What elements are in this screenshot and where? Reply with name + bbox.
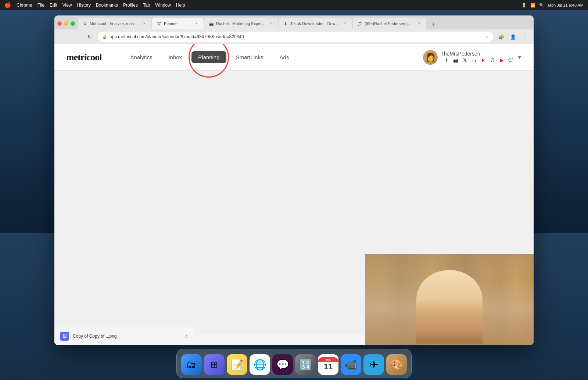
minimize-window-button[interactable] — [64, 21, 68, 26]
browser-tab-metricool[interactable]: ⚙ Metricool - Analyze, manage... ✕ — [78, 18, 151, 29]
macos-dock: 🗂 ⊞ 📝 🌐 💬 🔢 JUL 11 📹 ✈ 🎨 — [176, 349, 412, 378]
profile-name: TheMrsPedersen — [441, 51, 480, 57]
pinterest-icon[interactable]: P — [480, 57, 487, 64]
tab-title-5: (99+)Rachel Pedersen (@th... — [365, 21, 415, 26]
download-bar: 🖼 Copy of Copy of....png ∧ — [54, 327, 194, 345]
tab-favicon-3: 📷 — [209, 21, 214, 26]
maximize-window-button[interactable] — [71, 21, 75, 26]
new-tab-button[interactable]: + — [429, 19, 439, 29]
nav-ads[interactable]: Ads — [273, 51, 296, 63]
tab-title-4: Tiktok Downloader - Downlo... — [290, 21, 340, 26]
dock-telegram[interactable]: ✈ — [363, 354, 384, 375]
browser-tab-rachel2[interactable]: 🎵 (99+)Rachel Pedersen (@th... ✕ — [353, 18, 426, 29]
browser-tab-planner[interactable]: 📅 Planner ✕ — [152, 18, 204, 29]
facebook-icon[interactable]: f — [443, 57, 450, 64]
profile-dropdown-arrow[interactable]: ▼ — [517, 55, 522, 60]
toolbar-right: 🧩 👤 ⋮ — [496, 32, 530, 42]
secure-icon: 🔒 — [102, 35, 107, 39]
tab-close-2[interactable]: ✕ — [194, 21, 199, 26]
apple-menu[interactable]: 🍎 — [4, 2, 11, 8]
macos-menu-left: 🍎 Chrome File Edit View History Bookmark… — [4, 2, 185, 8]
address-bar[interactable]: 🔒 app.metricool.com/planner/calendar?blo… — [98, 32, 493, 42]
wifi-icon: 📶 — [530, 3, 535, 8]
nav-planning-wrapper: Planning — [191, 51, 226, 63]
nav-analytics[interactable]: Analytics — [123, 51, 159, 63]
tab-close-1[interactable]: ✕ — [142, 21, 147, 26]
dock-calendar[interactable]: JUL 11 — [318, 354, 338, 375]
back-button[interactable]: ← — [58, 32, 68, 42]
address-bar-row: ← → ↻ 🔒 app.metricool.com/planner/calend… — [54, 29, 534, 44]
menu-tab[interactable]: Tab — [143, 3, 150, 8]
profile-button[interactable]: 👤 — [508, 32, 518, 42]
reload-button[interactable]: ↻ — [85, 32, 95, 42]
menu-bookmarks[interactable]: Bookmarks — [96, 3, 118, 8]
profile-section: 👩 TheMrsPedersen f 📷 𝕏 in P 🎵 ▶ 💬 — [423, 50, 522, 65]
twitter-icon[interactable]: 𝕏 — [461, 57, 469, 64]
menu-edit[interactable]: Edit — [50, 3, 57, 8]
close-window-button[interactable] — [57, 21, 62, 26]
menu-chrome[interactable]: Chrome — [17, 3, 32, 8]
linkedin-icon[interactable]: in — [470, 57, 478, 64]
video-overlay — [365, 254, 534, 345]
tiktok-icon[interactable]: 🎵 — [489, 57, 496, 64]
menu-profiles[interactable]: Profiles — [123, 3, 138, 8]
menu-view[interactable]: View — [62, 3, 72, 8]
menu-window[interactable]: Window — [155, 3, 171, 8]
tab-title-2: Planner — [164, 21, 192, 26]
youtube-icon[interactable]: ▶ — [498, 57, 505, 64]
menu-file[interactable]: File — [37, 3, 44, 8]
url-text: app.metricool.com/planner/calendar?blogI… — [110, 34, 483, 39]
traffic-lights — [57, 21, 75, 26]
download-chevron-icon[interactable]: ∧ — [185, 334, 188, 339]
tab-title-1: Metricool - Analyze, manage... — [90, 21, 140, 26]
download-file-icon: 🖼 — [60, 332, 69, 341]
more-button[interactable]: ⋮ — [520, 32, 530, 42]
dock-finder[interactable]: 🗂 — [181, 354, 202, 375]
tab-close-3[interactable]: ✕ — [268, 21, 273, 26]
forward-button[interactable]: → — [71, 32, 82, 42]
social-icons: f 📷 𝕏 in P 🎵 ▶ 💬 — [443, 57, 514, 64]
tab-favicon-2: 📅 — [157, 21, 162, 26]
tab-close-5[interactable]: ✕ — [417, 21, 422, 26]
chat-icon[interactable]: 💬 — [507, 57, 514, 64]
tab-favicon-4: ⬇ — [283, 21, 288, 26]
macos-menu-right: 🔋 📶 🔍 Mon Jul 11 6:48 AM — [521, 3, 584, 8]
menu-help[interactable]: Help — [176, 3, 185, 8]
browser-tab-tiktok[interactable]: ⬇ Tiktok Downloader - Downlo... ✕ — [279, 18, 352, 29]
profile-avatar[interactable]: 👩 — [423, 50, 438, 65]
dock-chrome[interactable]: 🌐 — [250, 354, 270, 375]
macos-topbar: 🍎 Chrome File Edit View History Bookmark… — [0, 0, 588, 10]
nav-smartlinks[interactable]: SmartLinks — [229, 51, 270, 63]
menu-history[interactable]: History — [77, 3, 91, 8]
browser-tab-rachel[interactable]: 📷 Rachel - Marketing Expert (... ✕ — [204, 18, 278, 29]
datetime: Mon Jul 11 6:48 AM — [548, 3, 584, 7]
dock-launchpad[interactable]: ⊞ — [204, 354, 225, 375]
tab-title-3: Rachel - Marketing Expert (... — [216, 21, 266, 26]
tab-favicon-1: ⚙ — [82, 21, 87, 26]
dock-slack[interactable]: 💬 — [272, 354, 293, 375]
battery-icon: 🔋 — [521, 3, 527, 8]
nav-planning[interactable]: Planning — [191, 51, 226, 63]
tab-favicon-5: 🎵 — [357, 21, 362, 26]
dock-notes[interactable]: 📝 — [227, 354, 247, 375]
metricool-logo: metricool — [66, 52, 101, 63]
extensions-button[interactable]: 🧩 — [496, 32, 506, 42]
address-bar-actions: ☆ — [485, 35, 489, 39]
dock-zoom[interactable]: 📹 — [341, 354, 361, 375]
search-icon[interactable]: 🔍 — [539, 3, 544, 8]
nav-inbox[interactable]: Inbox — [162, 51, 189, 63]
video-person — [365, 254, 534, 345]
bookmark-icon[interactable]: ☆ — [485, 35, 489, 39]
instagram-icon[interactable]: 📷 — [452, 57, 459, 64]
dock-calculator[interactable]: 🔢 — [295, 354, 316, 375]
metricool-header: metricool Analytics Inbox Planning Smart… — [54, 44, 534, 71]
dock-facetime[interactable]: 🎨 — [386, 354, 407, 375]
browser-chrome: ⚙ Metricool - Analyze, manage... ✕ 📅 Pla… — [54, 15, 534, 44]
tab-close-4[interactable]: ✕ — [343, 21, 348, 26]
download-filename: Copy of Copy of....png — [73, 334, 181, 339]
main-nav: Analytics Inbox Planning SmartLinks Ads — [123, 51, 423, 63]
